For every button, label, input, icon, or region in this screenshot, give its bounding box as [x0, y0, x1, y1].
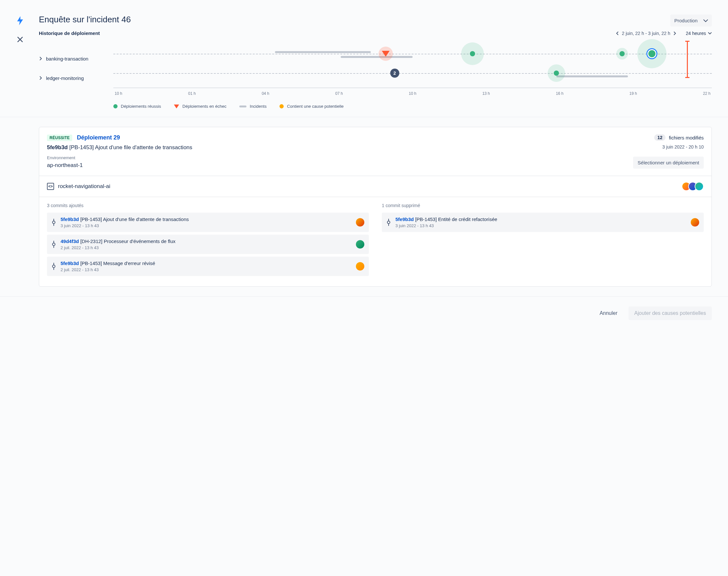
failed-deployment-marker[interactable] [382, 51, 389, 57]
chevron-down-icon [703, 19, 708, 22]
svg-point-0 [52, 221, 55, 224]
chevron-right-icon[interactable] [673, 31, 676, 35]
removed-commits-title: 1 commit supprimé [382, 203, 704, 208]
environment-value: ap-northeast-1 [47, 162, 83, 169]
chevron-right-icon [39, 76, 42, 80]
hours-selector[interactable]: 24 heures [686, 31, 712, 36]
svg-point-9 [387, 221, 390, 224]
repo-name[interactable]: <> rocket-navigational-ai [47, 183, 110, 190]
deployment-timeline[interactable]: 2 10 h 01 h 04 h 07 h 10 h 13 h [113, 42, 712, 96]
code-icon: <> [47, 183, 54, 190]
contributor-avatars [684, 182, 704, 191]
incident-bar [341, 56, 412, 58]
cluster-badge[interactable]: 2 [390, 68, 399, 78]
deployment-marker-selected[interactable] [648, 50, 655, 57]
commit-item[interactable]: 5fe9b3d [PB-1453] Ajout d'une file d'att… [47, 212, 369, 232]
commit-icon [52, 241, 56, 248]
avatar [356, 240, 364, 249]
avatar [691, 218, 699, 227]
select-deployment-button[interactable]: Sélectionner un déploiement [633, 156, 704, 169]
avatar [695, 182, 704, 191]
add-causes-button[interactable]: Ajouter des causes potentielles [628, 307, 712, 320]
chevron-down-icon [708, 32, 712, 35]
svg-point-3 [52, 243, 55, 246]
date-range-nav[interactable]: 2 juin, 22 h - 3 juin, 22 h [616, 31, 676, 36]
deployment-marker[interactable] [620, 51, 625, 56]
service-row[interactable]: banking-transaction [39, 49, 113, 68]
deployment-marker[interactable] [554, 70, 559, 76]
avatar [356, 262, 364, 270]
commit-item[interactable]: 5fe9b3d [PB-1453] Entité de crédit refac… [382, 212, 704, 232]
commit-item[interactable]: 49d4f3d [DH-2312] Processeur d'événement… [47, 235, 369, 254]
now-marker [687, 41, 688, 78]
commit-item[interactable]: 5fe9b3d [PB-1453] Message d'erreur révis… [47, 257, 369, 276]
svg-point-6 [52, 265, 55, 268]
service-row[interactable]: ledger-monitoring [39, 68, 113, 88]
environment-label: Environnement [47, 155, 83, 160]
close-icon[interactable] [16, 36, 23, 44]
timeline-ticks: 10 h 01 h 04 h 07 h 10 h 13 h 16 h 19 h … [113, 91, 712, 96]
commit-icon [386, 219, 391, 226]
chevron-right-icon [39, 57, 42, 60]
avatar [356, 218, 364, 227]
section-title: Historique de déploiement [39, 30, 100, 36]
lightning-icon [16, 16, 24, 27]
environment-selector[interactable]: Production [670, 15, 712, 27]
deployment-details-card: RÉUSSITE Déploiement 29 12 fichiers modi… [39, 127, 712, 287]
deployment-marker[interactable] [470, 51, 475, 56]
incident-bar [275, 51, 371, 53]
cancel-button[interactable]: Annuler [595, 307, 622, 320]
incident-bar [556, 76, 628, 77]
files-modified: 12 fichiers modifiés [654, 134, 704, 141]
deployment-link[interactable]: Déploiement 29 [77, 134, 120, 141]
commit-icon [52, 263, 56, 270]
status-badge: RÉUSSITE [47, 135, 72, 141]
legend: Déploiements réussis Déploiements en éch… [113, 104, 712, 109]
page-title: Enquête sur l'incident 46 [39, 15, 131, 25]
added-commits-title: 3 commits ajoutés [47, 203, 369, 208]
commit-icon [52, 219, 56, 226]
chevron-left-icon[interactable] [616, 31, 619, 35]
